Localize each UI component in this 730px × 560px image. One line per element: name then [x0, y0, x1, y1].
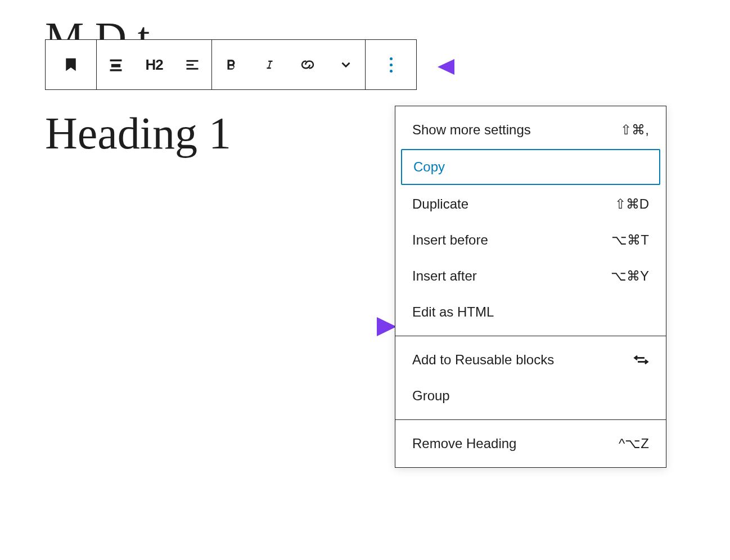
- svg-rect-0: [110, 60, 122, 62]
- more-formatting-button[interactable]: [327, 40, 365, 89]
- menu-item-shortcut: ⇧⌘D: [615, 196, 649, 212]
- more-vertical-icon: [390, 57, 393, 73]
- text-align-button[interactable]: [173, 40, 211, 89]
- editor-canvas: M D t H2: [0, 0, 730, 17]
- dropdown-section-1: Show more settings ⇧⌘, Copy Duplicate ⇧⌘…: [395, 106, 666, 336]
- heading-level-label: H2: [145, 56, 163, 74]
- annotation-arrow-1: [438, 51, 494, 83]
- block-options-dropdown: Show more settings ⇧⌘, Copy Duplicate ⇧⌘…: [395, 106, 666, 468]
- heading-bookmark-icon: [62, 56, 79, 73]
- italic-button[interactable]: [250, 40, 289, 89]
- svg-rect-4: [187, 64, 194, 66]
- menu-item-show-more-settings[interactable]: Show more settings ⇧⌘,: [395, 112, 666, 148]
- italic-icon: [263, 57, 276, 72]
- heading-level-button[interactable]: H2: [135, 40, 173, 89]
- menu-item-shortcut: ⇧⌘,: [620, 122, 649, 138]
- svg-rect-3: [187, 60, 199, 62]
- dropdown-section-2: Add to Reusable blocks Group: [395, 336, 666, 420]
- menu-item-edit-as-html[interactable]: Edit as HTML: [395, 294, 666, 330]
- menu-item-label: Add to Reusable blocks: [412, 352, 554, 368]
- block-type-button[interactable]: [46, 40, 96, 89]
- menu-item-label: Group: [412, 388, 450, 404]
- reusable-blocks-icon: [633, 352, 649, 368]
- link-button[interactable]: [289, 40, 327, 89]
- svg-rect-5: [187, 68, 199, 70]
- bold-button[interactable]: [212, 40, 250, 89]
- menu-item-label: Insert before: [412, 232, 488, 248]
- more-options-button[interactable]: [366, 40, 416, 89]
- menu-item-copy[interactable]: Copy: [401, 149, 660, 185]
- menu-item-shortcut: ^⌥Z: [619, 436, 649, 451]
- menu-item-label: Duplicate: [412, 196, 468, 212]
- block-toolbar: H2: [45, 39, 417, 90]
- menu-item-label: Show more settings: [412, 122, 531, 138]
- bold-icon: [224, 57, 238, 72]
- menu-item-label: Copy: [413, 159, 445, 175]
- menu-item-add-to-reusable[interactable]: Add to Reusable blocks: [395, 342, 666, 378]
- menu-item-label: Insert after: [412, 268, 477, 284]
- menu-item-insert-after[interactable]: Insert after ⌥⌘Y: [395, 258, 666, 294]
- block-align-button[interactable]: [97, 40, 135, 89]
- align-center-icon: [108, 57, 124, 73]
- toolbar-group-more: [366, 40, 416, 89]
- menu-item-insert-before[interactable]: Insert before ⌥⌘T: [395, 222, 666, 258]
- svg-rect-1: [111, 64, 120, 67]
- heading-block-content[interactable]: Heading 1: [45, 108, 231, 159]
- chevron-down-icon: [339, 57, 353, 72]
- link-icon: [299, 56, 316, 73]
- toolbar-group-block-type: [46, 40, 97, 89]
- menu-item-remove-heading[interactable]: Remove Heading ^⌥Z: [395, 426, 666, 462]
- annotation-arrow-2: [318, 310, 396, 343]
- align-left-icon: [184, 57, 200, 73]
- menu-item-duplicate[interactable]: Duplicate ⇧⌘D: [395, 186, 666, 222]
- menu-item-group[interactable]: Group: [395, 378, 666, 414]
- toolbar-group-heading-settings: H2: [97, 40, 212, 89]
- toolbar-group-formatting: [212, 40, 366, 89]
- menu-item-shortcut: ⌥⌘T: [611, 232, 649, 248]
- dropdown-section-3: Remove Heading ^⌥Z: [395, 420, 666, 467]
- menu-item-shortcut: ⌥⌘Y: [611, 268, 649, 284]
- menu-item-label: Remove Heading: [412, 436, 516, 451]
- svg-rect-2: [110, 69, 122, 71]
- menu-item-label: Edit as HTML: [412, 304, 494, 320]
